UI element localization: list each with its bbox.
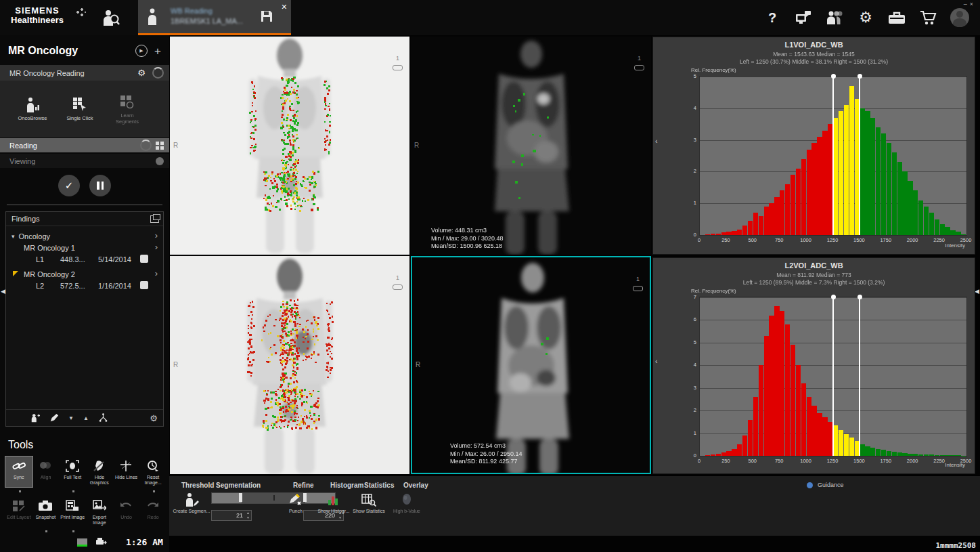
- pause-button[interactable]: [89, 175, 111, 196]
- layout-grid-icon[interactable]: [156, 142, 164, 150]
- finding-mr-oncology-1[interactable]: MR Oncology 1 ›: [6, 242, 163, 253]
- tool-redo[interactable]: Redo: [139, 496, 166, 527]
- finding-l2-image-icon[interactable]: [140, 281, 148, 289]
- settings-gear-icon[interactable]: ⚙: [857, 9, 874, 26]
- threshold-handle[interactable]: [831, 295, 836, 299]
- histogram-plot[interactable]: [699, 76, 967, 236]
- create-segment-button[interactable]: Create Segmen...: [172, 492, 211, 514]
- tool-undo[interactable]: Undo: [113, 496, 140, 527]
- transfer-queue-icon[interactable]: [95, 536, 107, 550]
- tool-sync[interactable]: Sync: [5, 457, 32, 487]
- finding-mr-oncology-2[interactable]: MR Oncology 2 ›: [6, 268, 163, 280]
- threshold-handle[interactable]: [831, 74, 836, 79]
- viewport-adc-selected[interactable]: R 1 Volume: 572.54 cm3 Min / Max: 26.00 …: [411, 256, 651, 474]
- threshold-line[interactable]: [832, 297, 834, 456]
- tool-hide-lines[interactable]: Hide Lines: [113, 457, 140, 487]
- histogram-panel-l1[interactable]: L1VOI_ADC_WB Mean = 1543.63 Median = 154…: [652, 37, 975, 255]
- tool-export-image[interactable]: Export Image: [86, 496, 113, 527]
- slider-lower-handle[interactable]: [239, 493, 242, 502]
- step-reading[interactable]: Reading: [0, 138, 169, 152]
- tool-align[interactable]: Align: [32, 457, 60, 487]
- dropdown-dot[interactable]: [19, 490, 21, 492]
- histogram-plot[interactable]: [699, 297, 967, 457]
- threshold-line[interactable]: [859, 297, 860, 456]
- chart-collapse-arrow[interactable]: ‹: [655, 137, 658, 145]
- tool-hide-graphics[interactable]: Hide Graphics: [86, 457, 113, 487]
- learn-segments-tool[interactable]: Learn Segments: [110, 93, 145, 125]
- finding-l1-row[interactable]: L1 448.3... 5/14/2014: [6, 253, 163, 265]
- viewport-mip-top[interactable]: R 1: [170, 37, 409, 255]
- guidance-toggle[interactable]: Guidance: [807, 482, 844, 488]
- add-finding-icon[interactable]: [30, 413, 40, 423]
- finding-l2-row[interactable]: L2 572.5... 1/16/2014: [6, 280, 163, 291]
- threshold-handle[interactable]: [858, 74, 862, 79]
- users-icon[interactable]: [826, 9, 843, 26]
- punch-tool-button[interactable]: Punch: [276, 492, 315, 514]
- accept-button[interactable]: ✓: [58, 175, 80, 196]
- viewport-mr-top[interactable]: R 1 Volume: 448.31 cm3 Min / Max: 29.00 …: [411, 37, 651, 255]
- cart-icon[interactable]: [919, 9, 937, 26]
- histogram-panel-l2[interactable]: L2VOI_ADC_WB Mean = 811.92 Median = 773 …: [652, 257, 975, 474]
- findings-export-icon[interactable]: [150, 215, 159, 223]
- threshold-min-input[interactable]: 21▲▼: [211, 510, 252, 521]
- findings-group-oncology[interactable]: ▾ Oncology ›: [6, 230, 163, 242]
- dropdown-dot[interactable]: [72, 490, 74, 492]
- capture-workflow-icon[interactable]: ▶: [135, 45, 148, 57]
- chevron-right-icon[interactable]: ›: [155, 230, 158, 240]
- histogram-bar: [807, 397, 811, 456]
- edit-finding-icon[interactable]: [49, 413, 59, 423]
- collapse-left-panel-arrow[interactable]: ◀: [1, 288, 5, 295]
- spinner-arrows-icon[interactable]: ▲▼: [246, 511, 250, 520]
- collapse-caret-icon[interactable]: ▾: [12, 233, 15, 240]
- dropdown-dot[interactable]: [153, 490, 155, 492]
- section-gear-icon[interactable]: ⚙: [137, 68, 146, 78]
- bookmark-flag-icon: [13, 271, 18, 276]
- add-workflow-icon[interactable]: +: [154, 45, 161, 57]
- help-icon[interactable]: ?: [763, 9, 781, 26]
- close-tab-icon[interactable]: ×: [282, 1, 287, 12]
- threshold-handle[interactable]: [858, 295, 862, 299]
- oncobrowse-tool[interactable]: OncoBrowse: [15, 96, 50, 122]
- tool-reset-image[interactable]: Reset Image...: [139, 457, 166, 487]
- sort-down-icon[interactable]: ▼: [68, 415, 74, 421]
- viewport-sync-badge: 1: [634, 54, 644, 70]
- dropdown-dot[interactable]: [72, 530, 74, 532]
- single-click-tool[interactable]: Single Click: [62, 96, 97, 122]
- threshold-line[interactable]: [832, 77, 834, 235]
- y-tick-label: 7: [687, 294, 696, 300]
- chart-collapse-arrow[interactable]: ‹: [655, 357, 658, 365]
- show-histogram-button[interactable]: Show Histogr...: [314, 492, 353, 514]
- dropdown-dot[interactable]: [45, 530, 47, 532]
- user-avatar[interactable]: [950, 8, 969, 27]
- show-statistics-button[interactable]: Show Statistics: [349, 492, 388, 514]
- step-viewing[interactable]: Viewing: [0, 154, 169, 168]
- patient-tab-study: WB Reading: [171, 7, 213, 15]
- sort-up-icon[interactable]: ▲: [83, 415, 89, 421]
- monitor-chat-icon[interactable]: [795, 9, 812, 26]
- findings-settings-icon[interactable]: ⚙: [150, 413, 158, 423]
- patient-search-icon[interactable]: [100, 8, 120, 28]
- save-layout-icon[interactable]: [260, 9, 273, 26]
- briefcase-icon[interactable]: [888, 9, 906, 26]
- patient-tab[interactable]: WB Reading 1BREMSK1 LA_MA... ×: [138, 0, 291, 35]
- finding-l1-image-icon[interactable]: [140, 255, 148, 263]
- chevron-right-icon[interactable]: ›: [155, 268, 158, 278]
- tool-snapshot[interactable]: Snapshot: [32, 496, 60, 527]
- viewport-mip-bottom[interactable]: R 1: [170, 256, 409, 474]
- threshold-line[interactable]: [859, 77, 860, 235]
- left-sidebar: MR Oncology ▶ + MR Oncology Reading ⚙: [0, 35, 169, 552]
- reading-section-header[interactable]: MR Oncology Reading ⚙: [0, 65, 169, 81]
- expand-right-panel-arrow[interactable]: ◀: [975, 288, 979, 295]
- overlay-high-bvalue-button[interactable]: High b-Value: [387, 492, 426, 514]
- tool-print-image[interactable]: Print Image: [59, 496, 86, 527]
- chevron-right-icon[interactable]: ›: [155, 242, 158, 252]
- hide-lines-icon: [113, 459, 140, 473]
- monitor-layout-indicator[interactable]: [77, 538, 87, 547]
- segment-tree-icon[interactable]: [98, 413, 108, 423]
- histogram-bar: [716, 454, 721, 456]
- window-controls[interactable]: –×: [964, 1, 976, 7]
- tool-edit-layout[interactable]: Edit Layout: [5, 496, 32, 527]
- x-tick-label: 1500: [849, 458, 869, 464]
- tool-full-text[interactable]: Full Text: [59, 457, 86, 487]
- viewport-sync-badge: 1: [393, 54, 403, 70]
